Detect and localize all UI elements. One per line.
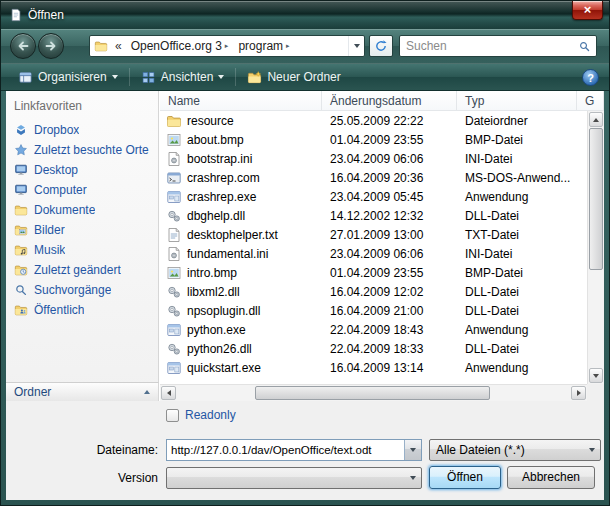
file-row[interactable]: fundamental.ini 23.04.2009 06:06 INI-Dat… (160, 244, 587, 263)
breadcrumb-item-program[interactable]: program ▸ (233, 36, 294, 56)
filetype-dropdown-button[interactable] (584, 448, 600, 452)
sidebar-item-recent-places[interactable]: Zuletzt besuchte Orte (6, 140, 158, 160)
sidebar-item-label: Dropbox (34, 123, 79, 137)
open-button[interactable]: Öffnen (429, 466, 501, 489)
txt-file-icon (166, 227, 182, 243)
dll-file-icon (166, 284, 182, 300)
file-row[interactable]: bootstrap.ini 23.04.2009 06:06 INI-Datei (160, 149, 587, 168)
organize-label: Organisieren (38, 70, 107, 84)
chevron-down-icon (218, 75, 224, 79)
scroll-up-button[interactable] (589, 112, 603, 127)
file-row[interactable]: crashrep.exe 23.04.2009 05:45 Anwendung (160, 187, 587, 206)
address-bar[interactable]: « OpenOffice.org 3 ▸ program ▸ (89, 35, 365, 57)
file-row[interactable]: npsoplugin.dll 16.04.2009 21:00 DLL-Date… (160, 301, 587, 320)
recent-places-icon (14, 143, 28, 157)
breadcrumb-label: OpenOffice.org 3 (131, 39, 222, 53)
column-header-name[interactable]: Name (160, 91, 322, 110)
version-select[interactable] (166, 467, 422, 489)
chevron-down-icon (589, 448, 595, 452)
column-header-type[interactable]: Typ (457, 91, 577, 110)
back-button[interactable] (10, 33, 36, 59)
filename-dropdown-button[interactable] (404, 440, 421, 460)
file-date: 16.04.2009 12:02 (322, 285, 457, 299)
file-row[interactable]: intro.bmp 01.04.2009 23:55 BMP-Datei (160, 263, 587, 282)
sidebar-item-label: Zuletzt besuchte Orte (34, 143, 149, 157)
sidebar-item-public[interactable]: Öffentlich (6, 300, 158, 320)
chevron-down-icon (410, 476, 416, 480)
dll-file-icon (166, 341, 182, 357)
sidebar-item-recently-changed[interactable]: Zuletzt geändert (6, 260, 158, 280)
open-file-dialog: Öffnen × « OpenOffice.org 3 ▸ program ▸ (0, 0, 610, 506)
forward-button[interactable] (38, 33, 64, 59)
breadcrumb-item-openoffice[interactable]: OpenOffice.org 3 ▸ (126, 36, 234, 56)
navigation-pane: Linkfavoriten Dropbox Zuletzt besuchte O… (6, 91, 159, 401)
sidebar-item-searches[interactable]: Suchvorgänge (6, 280, 158, 300)
scroll-left-button[interactable] (161, 386, 176, 400)
readonly-checkbox[interactable] (166, 409, 179, 422)
help-button[interactable]: ? (582, 69, 599, 86)
close-button[interactable]: × (572, 1, 603, 20)
sidebar-item-label: Desktop (34, 163, 78, 177)
filename-label: Dateiname: (36, 439, 158, 461)
horizontal-scrollbar[interactable] (160, 384, 587, 401)
sidebar-item-computer[interactable]: Computer (6, 180, 158, 200)
file-row[interactable]: about.bmp 01.04.2009 23:55 BMP-Datei (160, 130, 587, 149)
filename-input[interactable] (167, 440, 404, 460)
file-row[interactable]: resource 25.05.2009 22:22 Dateiordner (160, 111, 587, 130)
file-name: resource (187, 114, 234, 128)
file-date: 01.04.2009 23:55 (322, 266, 457, 280)
file-date: 16.04.2009 13:14 (322, 361, 457, 375)
address-history-dropdown[interactable] (348, 36, 364, 56)
views-icon (141, 70, 156, 85)
column-header-size[interactable]: G (577, 91, 604, 110)
sidebar-item-pictures[interactable]: Bilder (6, 220, 158, 240)
toolbar-separator (235, 68, 236, 86)
organize-button[interactable]: Organisieren (9, 67, 127, 88)
scroll-down-button[interactable] (589, 368, 603, 383)
favorites-header: Linkfavoriten (6, 91, 158, 120)
refresh-icon (374, 39, 388, 53)
music-icon (14, 243, 28, 257)
version-dropdown-button[interactable] (405, 476, 421, 480)
filetype-select[interactable]: Alle Dateien (*.*) (429, 439, 601, 461)
file-row[interactable]: crashrep.com 16.04.2009 20:36 MS-DOS-Anw… (160, 168, 587, 187)
refresh-button[interactable] (369, 35, 393, 57)
vertical-scrollbar-thumb[interactable] (589, 128, 603, 270)
file-row[interactable]: desktophelper.txt 27.01.2009 13:00 TXT-D… (160, 225, 587, 244)
file-date: 22.04.2009 18:33 (322, 342, 457, 356)
breadcrumb-overflow-button[interactable]: « (111, 39, 126, 53)
views-button[interactable]: Ansichten (132, 67, 234, 88)
file-type: DLL-Datei (457, 304, 577, 318)
sidebar-item-dropbox[interactable]: Dropbox (6, 120, 158, 140)
file-date: 01.04.2009 23:55 (322, 133, 457, 147)
new-folder-label: Neuer Ordner (267, 70, 340, 84)
ms-dos-app-icon (166, 170, 182, 186)
vertical-scrollbar[interactable] (587, 111, 604, 384)
file-date: 25.05.2009 22:22 (322, 114, 457, 128)
file-row[interactable]: quickstart.exe 16.04.2009 13:14 Anwendun… (160, 358, 587, 377)
file-row[interactable]: libxml2.dll 16.04.2009 12:02 DLL-Datei (160, 282, 587, 301)
searches-icon (14, 283, 28, 297)
file-date: 16.04.2009 20:36 (322, 171, 457, 185)
file-row[interactable]: python26.dll 22.04.2009 18:33 DLL-Datei (160, 339, 587, 358)
dll-file-icon (166, 208, 182, 224)
search-input[interactable] (400, 37, 578, 55)
file-name: python.exe (187, 323, 246, 337)
scroll-right-button[interactable] (571, 386, 586, 400)
file-date: 16.04.2009 21:00 (322, 304, 457, 318)
cancel-button[interactable]: Abbrechen (507, 466, 595, 489)
file-row[interactable]: dbghelp.dll 14.12.2002 12:32 DLL-Datei (160, 206, 587, 225)
ini-file-icon (166, 246, 182, 262)
file-list: Name Änderungsdatum Typ G resource 25.05… (160, 91, 604, 401)
column-header-date[interactable]: Änderungsdatum (322, 91, 457, 110)
search-box (399, 35, 597, 57)
sidebar-item-music[interactable]: Musik (6, 240, 158, 260)
horizontal-scrollbar-thumb[interactable] (255, 386, 490, 400)
folders-expander[interactable]: Ordner (6, 382, 159, 401)
application-icon (166, 189, 182, 205)
arrow-left-icon (167, 390, 171, 396)
file-row[interactable]: python.exe 22.04.2009 18:43 Anwendung (160, 320, 587, 339)
sidebar-item-desktop[interactable]: Desktop (6, 160, 158, 180)
sidebar-item-documents[interactable]: Dokumente (6, 200, 158, 220)
new-folder-button[interactable]: Neuer Ordner (238, 67, 349, 88)
